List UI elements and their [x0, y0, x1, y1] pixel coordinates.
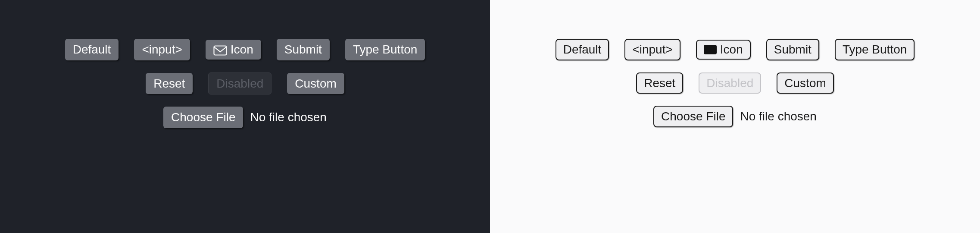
file-status-text: No file chosen — [250, 110, 326, 124]
disabled-button: Disabled — [699, 72, 761, 94]
mail-icon — [213, 44, 227, 55]
mail-icon — [704, 45, 717, 54]
dark-row-3: Choose File No file chosen — [163, 107, 327, 128]
input-button[interactable]: <input> — [134, 39, 190, 60]
type-button[interactable]: Type Button — [345, 39, 425, 60]
dark-theme-panel: Default <input> Icon Submit Type Button … — [0, 0, 490, 233]
disabled-button: Disabled — [208, 72, 272, 95]
choose-file-button[interactable]: Choose File — [163, 107, 243, 128]
file-status-text: No file chosen — [740, 110, 816, 123]
custom-button[interactable]: Custom — [287, 73, 344, 94]
icon-button[interactable]: Icon — [696, 40, 751, 60]
icon-button-label: Icon — [720, 42, 743, 57]
file-input-group: Choose File No file chosen — [653, 106, 817, 127]
choose-file-button[interactable]: Choose File — [653, 106, 733, 127]
default-button[interactable]: Default — [556, 39, 609, 60]
reset-button[interactable]: Reset — [636, 72, 683, 94]
dark-row-2: Reset Disabled Custom — [146, 72, 344, 95]
reset-button[interactable]: Reset — [146, 73, 193, 94]
light-row-2: Reset Disabled Custom — [636, 72, 834, 94]
submit-button[interactable]: Submit — [766, 39, 819, 60]
light-row-1: Default <input> Icon Submit Type Button — [556, 39, 915, 60]
svg-rect-0 — [214, 46, 226, 55]
dark-row-1: Default <input> Icon Submit Type Button — [65, 39, 425, 60]
type-button[interactable]: Type Button — [835, 39, 914, 60]
file-input-group: Choose File No file chosen — [163, 107, 327, 128]
light-row-3: Choose File No file chosen — [653, 106, 817, 127]
icon-button-label: Icon — [231, 42, 253, 57]
default-button[interactable]: Default — [65, 39, 119, 60]
custom-button[interactable]: Custom — [777, 72, 833, 94]
icon-button[interactable]: Icon — [206, 40, 261, 60]
submit-button[interactable]: Submit — [277, 39, 330, 60]
light-theme-panel: Default <input> Icon Submit Type Button … — [490, 0, 980, 233]
input-button[interactable]: <input> — [624, 39, 680, 60]
